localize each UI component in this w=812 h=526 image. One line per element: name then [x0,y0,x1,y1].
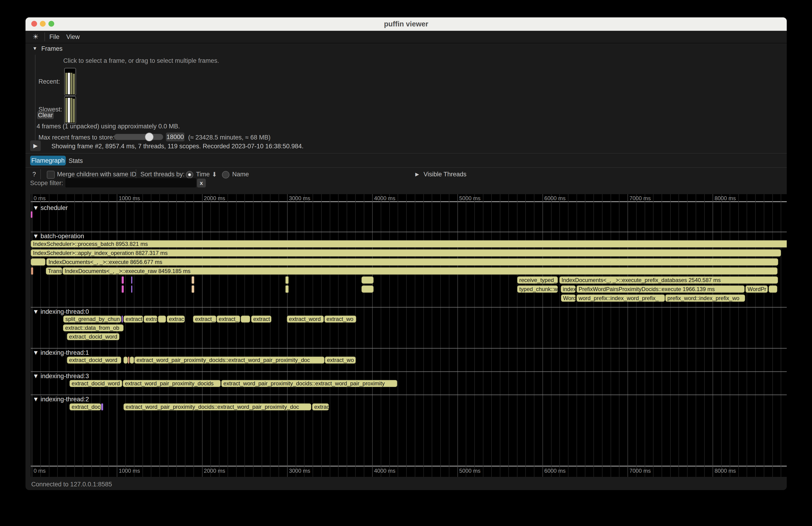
merge-children-label[interactable]: Merge children with same ID [57,171,136,178]
tab-flamegraph[interactable]: Flamegraph [30,156,66,165]
scope-bar[interactable]: extract_wo [325,356,356,364]
thread-label[interactable]: ▼ indexing-thread:2 [33,396,89,403]
slowest-frames-thumbnail[interactable] [64,96,76,124]
scope-bar[interactable] [158,316,166,323]
clear-button[interactable]: Clear [37,111,54,119]
scope-bar[interactable]: extract_word_pair_proximity_docids::extr… [134,356,324,364]
scope-bar[interactable]: IndexDocuments<_, _>::execute_prefix_dat… [560,276,778,283]
scope-bar[interactable]: WordPr [745,286,768,293]
frame-bar[interactable] [70,73,73,94]
clear-filter-button[interactable]: x [197,179,206,188]
sort-time-radio[interactable] [186,171,193,178]
sort-time-label[interactable]: Time [196,171,210,178]
max-frames-value[interactable]: 18000 [166,133,185,141]
max-frames-slider[interactable] [114,134,163,140]
scope-bar[interactable] [131,286,132,293]
scope-bar[interactable] [122,286,124,293]
scope-bar[interactable] [31,267,33,275]
visible-threads-header[interactable]: ▶ Visible Threads [415,171,466,178]
scope-bar[interactable]: extract [124,316,143,323]
scope-bar[interactable]: typed_chunk::w [517,286,558,293]
scope-bar[interactable]: Trans [46,267,62,275]
frame-bar[interactable] [70,98,73,122]
scope-bar[interactable] [131,276,132,283]
scope-bar[interactable]: extract_word_pair_proximity_docids::extr… [221,380,397,387]
slider-knob[interactable] [145,133,154,141]
scope-bar[interactable] [124,356,128,364]
thread-label[interactable]: ▼ indexing-thread:1 [33,349,89,356]
frame-bar[interactable] [68,98,70,122]
scope-bar[interactable]: IndexDocuments<_, _>::execute_raw 8459.1… [62,267,778,275]
sort-name-label[interactable]: Name [232,171,249,178]
frame-bar[interactable] [66,73,68,94]
frame-bar[interactable] [73,99,75,122]
sort-arrow-icon[interactable]: ⬇ [212,171,217,178]
scope-bar[interactable] [122,276,124,283]
gridline [679,194,679,477]
help-button[interactable]: ? [32,171,36,178]
scope-bar[interactable]: extract_word_pair_proximity_docids [123,380,221,387]
frame-bar[interactable] [66,98,68,122]
scope-filter-input[interactable] [66,178,196,188]
scope-bar[interactable] [362,286,374,293]
scope-bar[interactable]: IndexScheduler>::apply_index_operation 8… [31,249,781,257]
flamegraph-canvas[interactable]: 0 ms0 ms1000 ms1000 ms2000 ms2000 ms3000… [31,194,787,477]
gridline [721,194,722,477]
scope-bar[interactable]: extract_word_pair_proximity_docids::extr… [124,404,311,410]
scope-bar[interactable] [362,276,374,283]
play-button[interactable]: ▶ [30,141,41,151]
scope-bar[interactable]: extract_docid_word [67,333,119,340]
scope-bar[interactable] [31,258,45,265]
scope-bar[interactable] [192,276,194,283]
merge-children-checkbox[interactable] [47,171,55,179]
scope-bar[interactable]: extract_docid_word [70,380,122,387]
scope-bar[interactable] [286,286,289,293]
frame-bar[interactable] [73,74,75,94]
theme-sun-icon[interactable]: ☀ [32,33,39,41]
scope-bar[interactable]: extract_wo [324,316,356,323]
scope-bar[interactable] [241,316,250,323]
scope-bar[interactable]: extract_ [217,316,240,323]
scope-bar[interactable]: IndexScheduler>::process_batch 8953.821 … [31,240,787,247]
scope-bar[interactable]: extrac [312,404,329,410]
scope-bar[interactable]: extra [144,316,157,323]
scope-bar[interactable] [769,286,778,293]
scope-bar[interactable]: extract_ [193,316,216,323]
frames-section-header[interactable]: ▼ Frames [32,45,62,53]
scope-bar[interactable]: prefix_word::index_prefix_wo [665,294,745,302]
scope-bar[interactable]: PrefixWordPairsProximityDocids::execute … [577,286,744,293]
thread-label[interactable]: ▼ batch-operation [33,233,84,240]
scope-bar[interactable] [122,316,123,323]
thread-label[interactable]: ▼ indexing-thread:3 [33,372,89,380]
scope-bar[interactable]: split_grenad_by_chun [63,316,121,323]
menu-file[interactable]: File [49,33,60,41]
gridline [500,194,500,477]
scope-bar[interactable]: extract::data_from_ob [63,324,124,331]
scope-bar[interactable]: IndexDocuments<_, _>::execute 8656.677 m… [46,258,778,265]
scope-bar[interactable]: extract_docid_word [67,356,121,364]
frame-bar[interactable] [68,73,70,94]
gridline [168,194,169,477]
scope-bar[interactable] [31,211,32,218]
scope-bar[interactable]: extract_word [287,316,324,323]
scope-bar[interactable]: extract [251,316,271,323]
gridline [670,194,671,477]
thread-label[interactable]: ▼ indexing-thread:0 [33,308,89,316]
tab-stats[interactable]: Stats [69,157,83,164]
menu-view[interactable]: View [66,33,80,41]
scope-bar[interactable]: Word [561,294,576,302]
scope-bar[interactable]: receive_typed_ [517,276,558,283]
thread-label[interactable]: ▼ scheduler [33,204,68,211]
scope-bar[interactable]: extract_doc [70,404,101,410]
scope-bar[interactable]: extrac [167,316,185,323]
scope-bar[interactable]: index [561,286,576,293]
scope-bar[interactable] [286,276,289,283]
scope-bar[interactable]: word_prefix::index_word_prefix_ [577,294,665,302]
scope-bar[interactable] [192,286,194,293]
ruler-tick-label: 3000 ms [289,468,310,474]
sort-name-radio[interactable] [222,171,229,178]
scope-bar[interactable] [128,356,129,364]
scope-bar[interactable] [130,356,134,364]
scope-bar[interactable] [101,404,103,410]
recent-frames-thumbnail[interactable] [64,68,76,96]
